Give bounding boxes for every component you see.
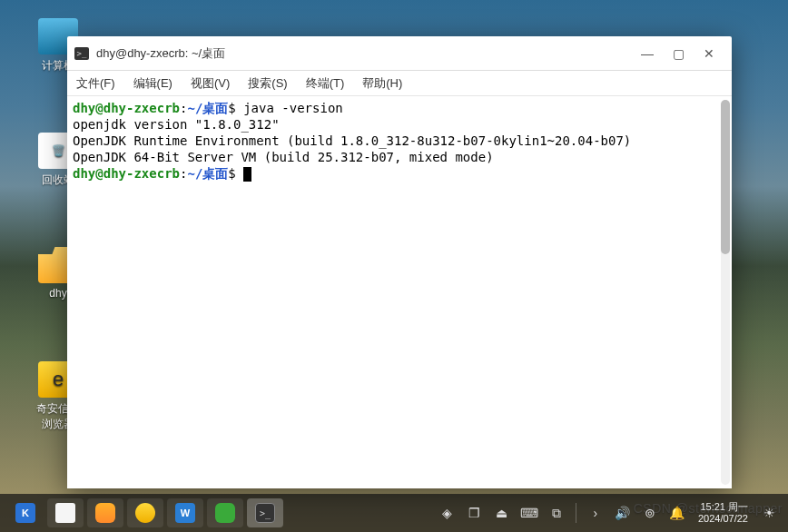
- minimize-button[interactable]: —: [632, 41, 663, 66]
- tray-window-icon[interactable]: ❐: [463, 500, 487, 526]
- app-orange-icon: [95, 503, 115, 523]
- terminal-out2: OpenJDK Runtime Environment (build 1.8.0…: [73, 133, 631, 148]
- tray-brightness-icon[interactable]: ☀: [757, 500, 781, 526]
- menu-file[interactable]: 文件(F): [73, 74, 119, 94]
- terminal-out3: OpenJDK 64-Bit Server VM (build 25.312-b…: [73, 150, 494, 164]
- tray-notifications-icon[interactable]: 🔔: [665, 500, 689, 526]
- taskbar-app-browser[interactable]: [127, 498, 163, 527]
- tray-expand-icon[interactable]: ›: [584, 500, 607, 526]
- taskbar-filemanager[interactable]: [47, 498, 84, 527]
- terminal-window: >_ dhy@dhy-zxecrb: ~/桌面 — ▢ ✕ 文件(F) 编辑(E…: [67, 36, 732, 488]
- menu-view[interactable]: 视图(V): [187, 74, 233, 94]
- prompt-user2: dhy@dhy-zxecrb: [73, 166, 180, 181]
- taskbar: K W >_ ◈ ❐ ⏏ ⌨ ⧉ › 🔊 ⊚ 🔔 15:21 周一 2024/0…: [0, 494, 788, 532]
- menu-help[interactable]: 帮助(H): [359, 74, 406, 94]
- taskbar-app-orange[interactable]: [87, 498, 123, 527]
- close-button[interactable]: ✕: [694, 41, 724, 66]
- taskbar-clock[interactable]: 15:21 周一 2024/07/22: [693, 501, 754, 525]
- terminal-cmd1: java -version: [243, 101, 343, 115]
- terminal-titlebar-icon: >_: [74, 47, 89, 60]
- window-title: dhy@dhy-zxecrb: ~/桌面: [96, 45, 632, 62]
- taskbar-terminal[interactable]: >_: [247, 498, 283, 527]
- tray-volume-icon[interactable]: 🔊: [611, 500, 635, 526]
- tray-shield-icon[interactable]: ◈: [436, 500, 459, 526]
- clock-date: 2024/07/22: [698, 513, 748, 525]
- prompt-path2: ~/桌面: [187, 166, 228, 181]
- scrollbar[interactable]: [721, 100, 730, 485]
- wps-icon: W: [175, 503, 195, 523]
- terminal-body[interactable]: dhy@dhy-zxecrb:~/桌面$ java -version openj…: [67, 96, 732, 488]
- terminal-out1: openjdk version "1.8.0_312": [73, 117, 280, 132]
- clock-time: 15:21 周一: [698, 501, 748, 513]
- cursor-icon: [243, 167, 251, 182]
- prompt-symbol: $: [228, 101, 243, 115]
- tray-usb-icon[interactable]: ⏏: [490, 500, 514, 526]
- menu-terminal[interactable]: 终端(T): [302, 74, 349, 94]
- tray-network-icon[interactable]: ⧉: [545, 500, 568, 526]
- browser-taskbar-icon: [135, 503, 155, 523]
- start-button[interactable]: K: [7, 498, 44, 527]
- scrollbar-thumb[interactable]: [721, 100, 730, 254]
- titlebar[interactable]: >_ dhy@dhy-zxecrb: ~/桌面 — ▢ ✕: [67, 36, 732, 71]
- tray-wifi-icon[interactable]: ⊚: [638, 500, 662, 526]
- menubar: 文件(F) 编辑(E) 视图(V) 搜索(S) 终端(T) 帮助(H): [67, 71, 732, 96]
- tray-separator: [576, 503, 576, 523]
- taskbar-app-green[interactable]: [207, 498, 243, 527]
- green-app-icon: [215, 503, 235, 523]
- start-icon: K: [15, 503, 35, 523]
- taskbar-app-wps[interactable]: W: [167, 498, 203, 527]
- prompt-user: dhy@dhy-zxecrb: [73, 101, 180, 115]
- menu-edit[interactable]: 编辑(E): [130, 74, 176, 94]
- maximize-button[interactable]: ▢: [663, 41, 694, 66]
- files-icon: [55, 503, 75, 523]
- terminal-taskbar-icon: >_: [255, 503, 275, 523]
- menu-search[interactable]: 搜索(S): [244, 74, 291, 94]
- tray-keyboard-icon[interactable]: ⌨: [517, 500, 541, 526]
- prompt-path: ~/桌面: [187, 101, 228, 115]
